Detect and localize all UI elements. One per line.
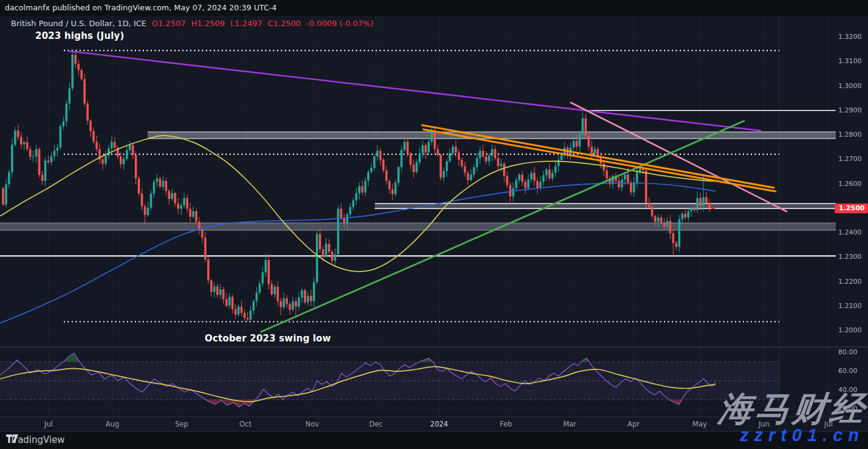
symbol-title: British Pound / U.S. Dollar, 1D, ICE — [11, 19, 146, 28]
price-axis-label[interactable]: 1.3000 — [838, 82, 862, 90]
time-axis-label[interactable]: Apr — [627, 420, 640, 428]
watermark-url: zzrt01.cn — [740, 425, 864, 445]
price-axis-label[interactable]: 1.2300 — [838, 253, 862, 261]
demand-zone-1.243 — [0, 223, 836, 230]
price-axis-label[interactable]: 1.3100 — [838, 57, 862, 65]
last-price-badge: 1.2500 — [835, 204, 868, 213]
price-axis-label[interactable]: 1.2800 — [838, 131, 862, 139]
footer: TradingView — [6, 434, 65, 445]
ohlc-change: -0.0009 (-0.07%) — [306, 19, 373, 28]
chart-canvas[interactable] — [0, 0, 868, 449]
tradingview-snapshot: dacolmanfx published on TradingView.com,… — [0, 0, 868, 449]
ohlc-open: O1.2507 — [152, 19, 186, 28]
price-axis-label[interactable]: 1.2600 — [838, 180, 862, 188]
price-axis-label[interactable]: 1.2900 — [838, 106, 862, 114]
price-axis-label[interactable]: 1.2400 — [838, 228, 862, 236]
price-axis-label[interactable]: 1.3200 — [838, 33, 862, 41]
time-axis-label[interactable]: Aug — [106, 420, 119, 428]
annotation-oct-low: October 2023 swing low — [205, 333, 331, 344]
time-axis-label[interactable]: Mar — [563, 420, 576, 428]
rsi-axis-label[interactable]: 60.00 — [838, 367, 858, 375]
time-axis-label[interactable]: Jul — [44, 420, 53, 428]
price-axis-label[interactable]: 1.2200 — [838, 278, 862, 286]
price-axis-label[interactable]: 1.2000 — [838, 326, 862, 334]
purple-downtrend-from-2023-high — [68, 51, 760, 131]
time-axis-label[interactable]: Sep — [175, 420, 188, 428]
time-axis-label[interactable]: Oct — [239, 420, 251, 428]
rsi-axis-label[interactable]: 80.00 — [838, 348, 858, 356]
time-axis-label[interactable]: 2024 — [430, 420, 448, 428]
annotation-2023-highs: 2023 highs (July) — [35, 30, 125, 41]
time-axis-label[interactable]: Feb — [500, 420, 512, 428]
time-axis-label[interactable]: Nov — [306, 420, 319, 428]
attribution-bar: dacolmanfx published on TradingView.com,… — [5, 3, 277, 12]
price-axis-label[interactable]: 1.2100 — [838, 302, 862, 310]
ohlc-close: C1.2500 — [268, 19, 301, 28]
time-axis-label[interactable]: May — [692, 420, 707, 428]
ohlc-low: L1.2497 — [230, 19, 262, 28]
ohlc-high: H1.2509 — [191, 19, 225, 28]
price-axis-label[interactable]: 1.2700 — [838, 155, 862, 163]
symbol-header: British Pound / U.S. Dollar, 1D, ICE O1.… — [11, 19, 374, 28]
time-axis-label[interactable]: Dec — [369, 420, 383, 428]
